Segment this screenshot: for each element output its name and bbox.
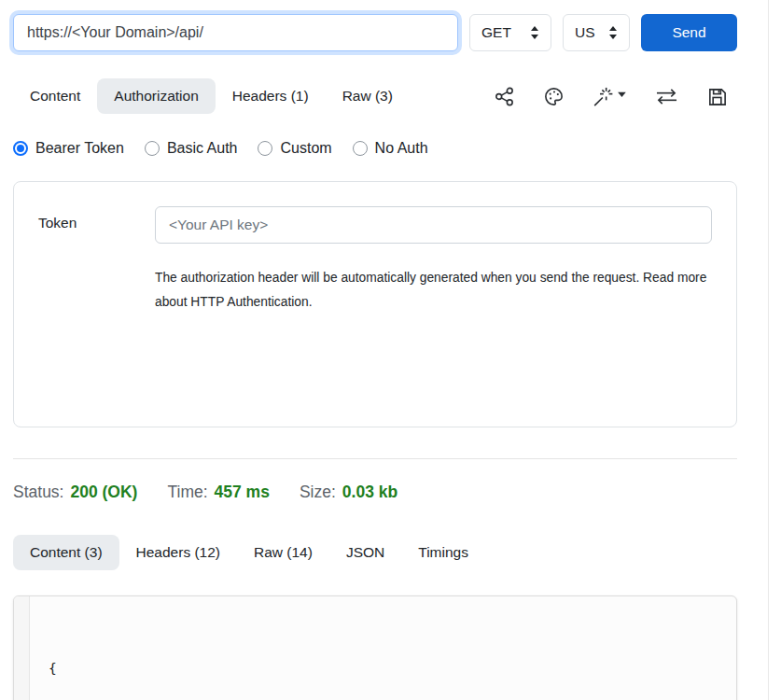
token-label: Token	[38, 206, 155, 402]
response-tabs-row: Content (3) Headers (12) Raw (14) JSON T…	[13, 535, 737, 570]
radio-icon	[353, 141, 368, 156]
code-gutter	[14, 596, 30, 700]
response-json-code: { "message": "API running." }	[30, 596, 304, 700]
response-time: Time:457 ms	[167, 483, 269, 502]
status-value: 200 (OK)	[70, 483, 137, 501]
status-code: Status:200 (OK)	[13, 483, 137, 502]
tab-content[interactable]: Content	[13, 78, 97, 114]
token-helper-text: The authorization header will be automat…	[155, 266, 710, 314]
region-select-value: US	[575, 24, 595, 41]
radio-icon	[258, 141, 272, 156]
radio-label: No Auth	[375, 140, 428, 157]
updown-arrows-icon	[608, 26, 618, 39]
tab-authorization[interactable]: Authorization	[97, 78, 215, 114]
send-button[interactable]: Send	[641, 14, 737, 51]
auth-type-radios: Bearer Token Basic Auth Custom No Auth	[13, 140, 737, 157]
token-area: The authorization header will be automat…	[155, 206, 712, 402]
auth-panel: Token The authorization header will be a…	[13, 181, 737, 427]
radio-basic-auth[interactable]: Basic Auth	[145, 140, 238, 157]
save-icon[interactable]	[706, 86, 728, 107]
radio-no-auth[interactable]: No Auth	[353, 140, 428, 157]
method-select-value: GET	[481, 24, 511, 41]
method-select[interactable]: GET	[469, 14, 551, 51]
size-label: Size:	[300, 483, 336, 501]
region-select[interactable]: US	[563, 14, 630, 51]
radio-custom[interactable]: Custom	[258, 140, 331, 157]
code-line: {	[49, 657, 286, 680]
tab-headers[interactable]: Headers (1)	[216, 78, 326, 114]
magic-wand-dropdown-icon[interactable]	[593, 86, 627, 107]
tab-response-headers[interactable]: Headers (12)	[119, 535, 237, 570]
tab-response-timings[interactable]: Timings	[401, 535, 485, 570]
token-input[interactable]	[155, 206, 712, 244]
updown-arrows-icon	[530, 26, 539, 39]
time-value: 457 ms	[215, 483, 270, 501]
share-nodes-icon[interactable]	[494, 86, 515, 107]
status-label: Status:	[13, 483, 63, 501]
palette-icon[interactable]	[543, 86, 565, 107]
swap-arrows-icon[interactable]	[655, 86, 678, 107]
api-client-page: GET US Send Content Authorization Header…	[0, 0, 781, 700]
radio-label: Basic Auth	[167, 140, 238, 157]
page-right-divider	[768, 0, 769, 700]
request-tabs-row: Content Authorization Headers (1) Raw (3…	[13, 78, 737, 114]
response-size: Size:0.03 kb	[300, 483, 397, 502]
section-divider	[13, 458, 737, 459]
url-input[interactable]	[13, 14, 458, 51]
response-body-code-block: { "message": "API running." }	[13, 595, 737, 700]
tab-response-raw[interactable]: Raw (14)	[237, 535, 329, 570]
radio-bearer-token[interactable]: Bearer Token	[13, 140, 124, 157]
size-value: 0.03 kb	[342, 483, 397, 501]
tab-response-json[interactable]: JSON	[329, 535, 401, 570]
radio-icon	[145, 141, 160, 156]
time-label: Time:	[167, 483, 207, 501]
toolbar	[494, 86, 737, 107]
response-status-row: Status:200 (OK) Time:457 ms Size:0.03 kb	[13, 483, 737, 502]
radio-label: Bearer Token	[35, 140, 124, 157]
tab-response-content[interactable]: Content (3)	[13, 535, 119, 570]
tab-raw[interactable]: Raw (3)	[326, 78, 410, 114]
radio-icon	[13, 141, 28, 156]
radio-label: Custom	[280, 140, 331, 157]
request-bar: GET US Send	[13, 14, 737, 51]
